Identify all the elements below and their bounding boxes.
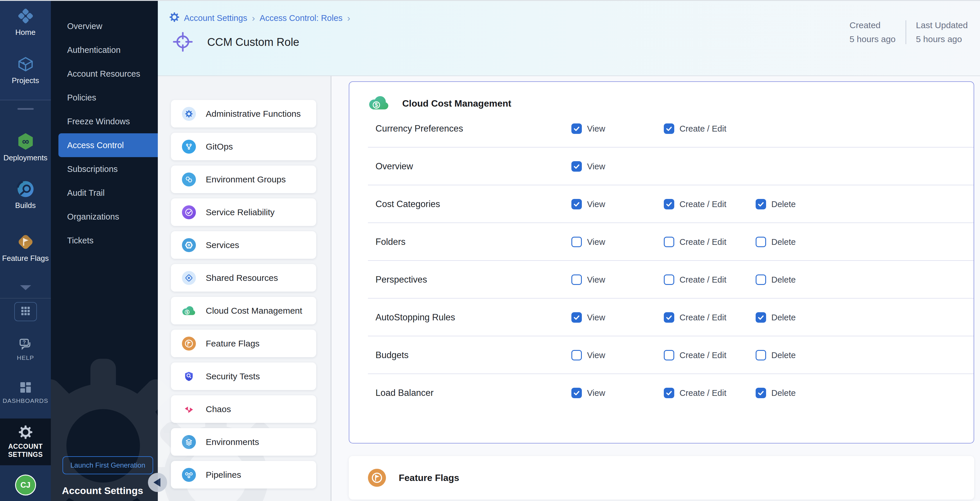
module-card-environments[interactable]: Environments [171,428,316,456]
checkbox-checked[interactable] [756,312,766,323]
view-permission-checkbox[interactable]: View [571,199,605,209]
module-card-shared-resources[interactable]: Shared Resources [171,264,316,292]
checkbox-checked[interactable] [664,199,674,209]
module-card-label: Shared Resources [206,273,278,283]
module-card-feature-flags[interactable]: Feature Flags [171,330,316,357]
checkbox-unchecked[interactable] [571,237,582,247]
permission-row-label: Load Balancer [375,388,434,398]
create-permission-checkbox[interactable]: Create / Edit [664,312,726,323]
view-permission-checkbox[interactable]: View [571,237,605,247]
checkbox-unchecked[interactable] [664,274,674,285]
checkbox-checked[interactable] [664,312,674,323]
delete-permission-checkbox[interactable]: Delete [756,274,796,285]
view-permission-checkbox[interactable]: View [571,274,605,285]
avatar[interactable]: CJ [15,474,36,495]
module-rail: HomeProjects∞DeploymentsBuildsFeature Fl… [0,0,51,501]
checkbox-unchecked[interactable] [756,237,766,247]
breadcrumb-access-control-roles[interactable]: Access Control: Roles [259,13,342,23]
checkbox-checked[interactable] [664,124,674,134]
checkbox-checked[interactable] [571,388,582,398]
checkbox-checked[interactable] [571,312,582,323]
nav-item-account-resources[interactable]: Account Resources [51,62,158,86]
view-permission-checkbox[interactable]: View [571,350,605,360]
created-block: Created 5 hours ago [840,20,905,44]
feature-flags-icon [0,233,51,251]
pipelines-icon [182,468,196,482]
checkbox-checked[interactable] [571,161,582,172]
checkbox-unchecked[interactable] [571,350,582,360]
launch-first-generation-button[interactable]: Launch First Generation [62,456,153,474]
module-card-services[interactable]: Services [171,231,316,259]
panel-header: $ Cloud Cost Management [349,82,974,110]
sidebar-item-projects[interactable]: Projects [0,55,51,85]
builds-icon [0,180,51,198]
module-card-service-reliability[interactable]: Service Reliability [171,198,316,226]
nav-item-overview[interactable]: Overview [51,14,158,38]
module-card-security-tests[interactable]: Security Tests [171,363,316,390]
feature-flags-icon [368,469,386,487]
svg-text:∞: ∞ [22,136,29,147]
create-permission-checkbox[interactable]: Create / Edit [664,350,726,360]
delete-permission-checkbox[interactable]: Delete [756,388,796,398]
nav-item-access-control[interactable]: Access Control [59,133,158,157]
sidebar-item-builds[interactable]: Builds [0,180,51,210]
shared-resources-icon [182,271,196,285]
nav-item-policies[interactable]: Policies [51,86,158,109]
module-card-environment-groups[interactable]: Environment Groups [171,166,316,193]
nav-item-organizations[interactable]: Organizations [51,205,158,228]
chevron-down-icon[interactable] [20,285,31,290]
checkbox-checked[interactable] [571,124,582,134]
nav-item-subscriptions[interactable]: Subscriptions [51,157,158,181]
checkbox-unchecked[interactable] [664,237,674,247]
sidebar-item-help[interactable]: ? HELP [0,337,51,361]
nav-item-freeze-windows[interactable]: Freeze Windows [51,109,158,133]
sidebar-item-account-settings[interactable]: ACCOUNT SETTINGS [0,419,51,465]
environments-icon [182,435,196,449]
sidebar-item-dashboards[interactable]: DASHBOARDS [0,380,51,404]
checkbox-checked[interactable] [756,199,766,209]
svg-text:$: $ [186,310,188,314]
checkbox-unchecked[interactable] [664,350,674,360]
checkbox-checked[interactable] [664,388,674,398]
checkbox-checked[interactable] [756,388,766,398]
checkbox-unchecked[interactable] [571,274,582,285]
create-permission-checkbox[interactable]: Create / Edit [664,388,726,398]
sidebar-item-home[interactable]: Home [0,7,51,37]
checkbox-label: Create / Edit [679,313,726,322]
nav-item-audit-trail[interactable]: Audit Trail [51,181,158,205]
checkbox-label: Delete [771,313,796,322]
nav-item-authentication[interactable]: Authentication [51,38,158,62]
view-permission-checkbox[interactable]: View [571,161,605,172]
view-permission-checkbox[interactable]: View [571,312,605,323]
sidebar-item-deployments[interactable]: ∞Deployments [0,132,51,162]
sidebar-item-feature-flags[interactable]: Feature Flags [0,233,51,263]
view-permission-checkbox[interactable]: View [571,124,605,134]
last-updated-value: 5 hours ago [916,34,968,44]
view-permission-checkbox[interactable]: View [571,388,605,398]
create-permission-checkbox[interactable]: Create / Edit [664,237,726,247]
module-card-pipelines[interactable]: Pipelines [171,461,316,488]
checkbox-checked[interactable] [571,199,582,209]
create-permission-checkbox[interactable]: Create / Edit [664,199,726,209]
checkbox-label: Delete [771,275,796,285]
cloud-cost-icon: $ [369,95,390,112]
content-area: Administrative FunctionsGitOpsEnvironmen… [158,76,980,501]
checkbox-unchecked[interactable] [756,350,766,360]
create-permission-checkbox[interactable]: Create / Edit [664,274,726,285]
module-picker-button[interactable] [14,302,37,321]
module-card-label: Feature Flags [206,339,259,349]
delete-permission-checkbox[interactable]: Delete [756,237,796,247]
module-card-administrative-functions[interactable]: Administrative Functions [171,100,316,127]
breadcrumb-account-settings[interactable]: Account Settings [184,13,247,23]
module-card-cloud-cost-management[interactable]: $Cloud Cost Management [171,297,316,324]
module-card-chaos[interactable]: Chaos [171,395,316,423]
breadcrumb-separator: › [252,13,255,24]
module-card-gitops[interactable]: GitOps [171,133,316,160]
delete-permission-checkbox[interactable]: Delete [756,312,796,323]
create-permission-checkbox[interactable]: Create / Edit [664,124,726,134]
delete-permission-checkbox[interactable]: Delete [756,199,796,209]
collapse-nav-button[interactable] [148,473,167,492]
nav-item-tickets[interactable]: Tickets [51,228,158,252]
checkbox-unchecked[interactable] [756,274,766,285]
delete-permission-checkbox[interactable]: Delete [756,350,796,360]
